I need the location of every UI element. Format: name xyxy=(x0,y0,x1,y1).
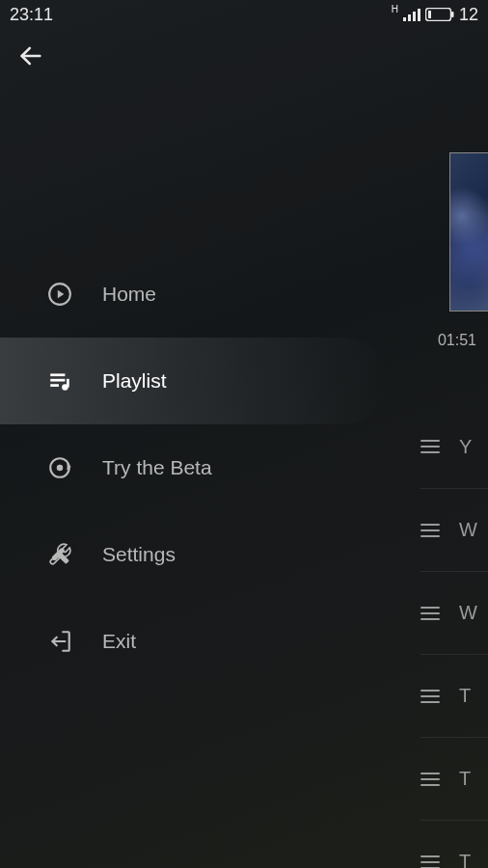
list-item[interactable]: T xyxy=(420,737,488,820)
svg-rect-14 xyxy=(67,379,69,388)
track-initial: T xyxy=(459,851,471,868)
list-item[interactable]: W xyxy=(420,571,488,654)
svg-rect-0 xyxy=(403,17,406,21)
menu-item-home[interactable]: Home xyxy=(0,251,386,338)
svg-rect-1 xyxy=(408,14,411,21)
menu-label: Try the Beta xyxy=(102,456,212,479)
list-item[interactable]: T xyxy=(420,820,488,868)
svg-rect-2 xyxy=(413,12,416,21)
battery-icon xyxy=(425,8,454,21)
drag-handle-icon[interactable] xyxy=(420,440,440,453)
list-item[interactable]: W xyxy=(420,488,488,571)
track-initial: T xyxy=(459,685,471,707)
drag-handle-icon[interactable] xyxy=(420,690,440,703)
menu-label: Home xyxy=(102,283,156,306)
svg-rect-6 xyxy=(428,11,431,18)
menu-item-settings[interactable]: Settings xyxy=(0,511,386,598)
menu-item-exit[interactable]: Exit xyxy=(0,598,386,685)
svg-rect-11 xyxy=(50,379,65,382)
track-initial: W xyxy=(459,519,477,541)
menu-item-try-beta[interactable]: Try the Beta xyxy=(0,424,386,511)
navigation-drawer: Home Playlist Try the Beta Settings Exit xyxy=(0,0,386,868)
svg-point-16 xyxy=(58,466,62,470)
background-track-list: Y W W T T T xyxy=(420,405,488,868)
drag-handle-icon[interactable] xyxy=(420,855,440,869)
drag-handle-icon[interactable] xyxy=(420,773,440,786)
album-art-thumbnail xyxy=(449,152,488,312)
list-item[interactable]: T xyxy=(420,654,488,737)
svg-marker-9 xyxy=(58,290,65,299)
playlist-icon xyxy=(46,367,73,394)
drag-handle-icon[interactable] xyxy=(420,524,440,537)
menu-label: Playlist xyxy=(102,369,167,393)
svg-rect-5 xyxy=(451,12,454,17)
refresh-icon xyxy=(46,454,73,481)
tools-icon xyxy=(46,541,73,568)
battery-percent: 12 xyxy=(459,5,478,25)
svg-rect-12 xyxy=(50,384,59,387)
list-item[interactable]: Y xyxy=(420,405,488,488)
exit-icon xyxy=(46,628,73,655)
signal-icon xyxy=(403,8,420,21)
menu-label: Settings xyxy=(102,543,176,566)
network-type-indicator: H xyxy=(392,4,398,14)
track-initial: W xyxy=(459,602,477,624)
menu-label: Exit xyxy=(102,630,136,653)
track-initial: T xyxy=(459,768,471,790)
svg-rect-10 xyxy=(50,373,65,376)
play-circle-icon xyxy=(46,281,73,308)
track-initial: Y xyxy=(459,436,472,458)
menu-item-playlist[interactable]: Playlist xyxy=(0,338,386,424)
playback-elapsed-time: 01:51 xyxy=(438,332,476,349)
drag-handle-icon[interactable] xyxy=(420,607,440,620)
svg-rect-3 xyxy=(418,9,420,21)
